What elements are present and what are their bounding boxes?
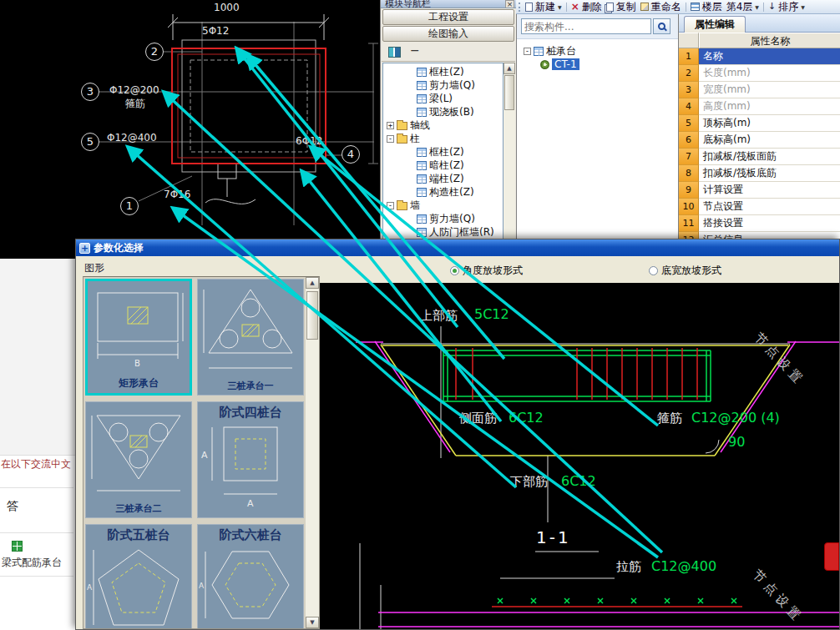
properties-panel: 属性编辑 属性名称 1名称 2长度(mm) 3宽度(mm) 4高度(mm) 5顶… <box>678 14 840 239</box>
tree-item[interactable]: 框柱(Z) <box>383 65 503 78</box>
component-tree-item-ct1[interactable]: CT-1 <box>517 58 678 71</box>
tile-rect-cap[interactable]: B 矩形承台 <box>85 279 192 396</box>
cad-label-side-bars: 6Φ12 <box>296 135 322 147</box>
expander-icon[interactable]: - <box>387 202 394 209</box>
tile-label: 阶式五桩台 <box>86 527 191 543</box>
cad-dim-1000: 1000 <box>214 2 240 13</box>
radio-icon[interactable] <box>450 266 459 275</box>
tile-graphic: B <box>88 281 190 371</box>
delete-icon: × <box>571 3 579 12</box>
table-row[interactable]: 6底标高(m) <box>679 132 840 149</box>
layout-columns-icon[interactable] <box>388 47 401 58</box>
tiles-scrollbar[interactable]: ▲ ▼ <box>306 277 319 628</box>
floor-select[interactable]: 第4层▼ <box>726 0 759 14</box>
cad-label-top-bars: 5Φ12 <box>202 25 229 37</box>
axis-bubble: 3 <box>81 83 99 101</box>
section-preview-area[interactable]: 上部筋 5C12 侧面筋 6C12 箍筋 C12@200 (4) 90 下部筋 … <box>320 283 839 629</box>
table-row[interactable]: 8扣减板/筏板底筋 <box>679 165 840 182</box>
module-mini-toolbar: − <box>382 43 515 62</box>
table-row[interactable]: 11搭接设置 <box>679 215 840 232</box>
tree-item[interactable]: 构造柱(Z) <box>383 185 503 199</box>
scroll-up-icon[interactable]: ▲ <box>503 63 515 74</box>
tile-stepped-five-pile[interactable]: 阶式五桩台 A <box>85 524 192 629</box>
module-navigation-panel: 模块导航栏 × 工程设置 绘图输入 − 框柱(Z) 剪力墙(Q) 梁(L) 现浇… <box>380 0 516 259</box>
tree-item[interactable]: -柱 <box>383 132 503 145</box>
drawing-input-button[interactable]: 绘图输入 <box>382 26 514 42</box>
search-button[interactable] <box>653 18 670 34</box>
floor-layers-icon <box>691 3 700 11</box>
tree-item[interactable]: 梁(L) <box>383 92 503 105</box>
browser-blank-block <box>0 259 75 456</box>
expander-icon[interactable]: - <box>524 48 531 55</box>
tree-item[interactable]: -墙 <box>383 199 503 212</box>
main-toolbar: 新建▼ ×删除 复制 重命名 楼层 第4层▼ ↓排序▼ <box>516 0 840 14</box>
tile-graphic <box>87 406 190 499</box>
collapse-icon[interactable]: − <box>410 43 420 57</box>
scrollbar-thumb[interactable] <box>504 75 514 110</box>
table-row[interactable]: 2长度(mm) <box>679 65 840 82</box>
tree-item[interactable]: +轴线 <box>383 118 503 132</box>
tile-stepped-six-pile[interactable]: 阶式六桩台 A <box>197 524 304 629</box>
search-input[interactable] <box>521 18 651 34</box>
browser-result-link[interactable]: 梁式配筋承台 <box>2 556 73 570</box>
tree-item[interactable]: 剪力墙(Q) <box>383 78 503 92</box>
tile-three-pile-2[interactable]: 三桩承台二 <box>85 401 192 518</box>
table-row[interactable]: 10节点设置 <box>679 199 840 215</box>
tree-item-label: 人防门框墙(R) <box>429 225 494 239</box>
screen: 1000 5Φ12 Φ12@200 箍筋 Φ12@400 7Φ16 6Φ12 2… <box>0 0 840 630</box>
component-tree-root[interactable]: - 桩承台 <box>517 44 678 58</box>
properties-table: 属性名称 1名称 2长度(mm) 3宽度(mm) 4高度(mm) 5顶标高(m)… <box>679 33 840 239</box>
toolbar-grip[interactable] <box>519 3 521 12</box>
folder-icon <box>397 202 407 210</box>
table-row[interactable]: 1名称 <box>679 48 840 65</box>
rename-button[interactable]: 重命名 <box>640 0 681 14</box>
component-icon <box>417 148 427 157</box>
table-row[interactable]: 12汇总信息 <box>679 232 840 239</box>
tile-graphic: A <box>87 545 190 629</box>
tile-three-pile-1[interactable]: 三桩承台一 <box>197 279 304 396</box>
sort-icon: ↓ <box>768 3 776 11</box>
tile-label: 三桩承台一 <box>198 380 303 392</box>
project-settings-button[interactable]: 工程设置 <box>382 9 514 25</box>
tree-item[interactable]: 端柱(Z) <box>383 172 503 185</box>
radio-label: 底宽放坡形式 <box>661 264 721 278</box>
sort-button[interactable]: ↓排序▼ <box>768 0 805 14</box>
new-button[interactable]: 新建▼ <box>525 0 562 14</box>
browser-link[interactable]: 在以下交流中文 <box>1 457 74 471</box>
dialog-titlebar[interactable]: + 参数化选择 <box>76 239 839 256</box>
tile-label: 阶式四桩台 <box>198 405 303 421</box>
tree-item[interactable]: 框柱(Z) <box>383 145 503 159</box>
table-row[interactable]: 5顶标高(m) <box>679 115 840 132</box>
table-row[interactable]: 7扣减板/筏板面筋 <box>679 149 840 165</box>
expander-icon[interactable]: - <box>387 135 394 143</box>
tree-item[interactable]: 剪力墙(Q) <box>383 212 503 225</box>
floating-badge[interactable] <box>824 542 839 571</box>
tree-item[interactable]: 暗柱(Z) <box>383 159 503 172</box>
copy-button[interactable]: 复制 <box>606 0 636 14</box>
tree-item-label: 构造柱(Z) <box>429 185 474 199</box>
tree-item[interactable]: 人防门框墙(R) <box>383 225 503 239</box>
table-row[interactable]: 3宽度(mm) <box>679 82 840 98</box>
expander-icon[interactable]: + <box>387 122 394 129</box>
tab-property-edit[interactable]: 属性编辑 <box>684 16 746 33</box>
scroll-down-icon[interactable]: ▼ <box>306 617 319 628</box>
cad-drawing-area[interactable]: 1000 5Φ12 Φ12@200 箍筋 Φ12@400 7Φ16 6Φ12 2… <box>0 0 380 259</box>
tree-item[interactable]: 现浇板(B) <box>383 105 503 118</box>
tile-stepped-four-pile[interactable]: 阶式四桩台 A A <box>197 401 304 518</box>
scroll-up-icon[interactable]: ▲ <box>306 277 319 289</box>
component-icon <box>417 188 427 197</box>
radio-icon[interactable] <box>649 266 658 275</box>
module-tree-scrollbar[interactable]: ▲ ▼ <box>503 63 515 257</box>
radio-angle-slope[interactable]: 角度放坡形式 <box>450 264 523 278</box>
dialog-title: 参数化选择 <box>94 241 144 255</box>
tree-item-label: 轴线 <box>410 118 430 133</box>
close-icon[interactable]: × <box>505 0 514 8</box>
delete-button[interactable]: ×删除 <box>571 0 602 14</box>
floor-button[interactable]: 楼层 <box>691 0 722 14</box>
table-row[interactable]: 4高度(mm) <box>679 98 840 115</box>
scrollbar-thumb[interactable] <box>306 291 318 340</box>
table-row[interactable]: 9计算设置 <box>679 182 840 199</box>
component-icon <box>417 174 427 184</box>
svg-text:A: A <box>201 450 208 461</box>
radio-bottom-width-slope[interactable]: 底宽放坡形式 <box>649 264 721 278</box>
